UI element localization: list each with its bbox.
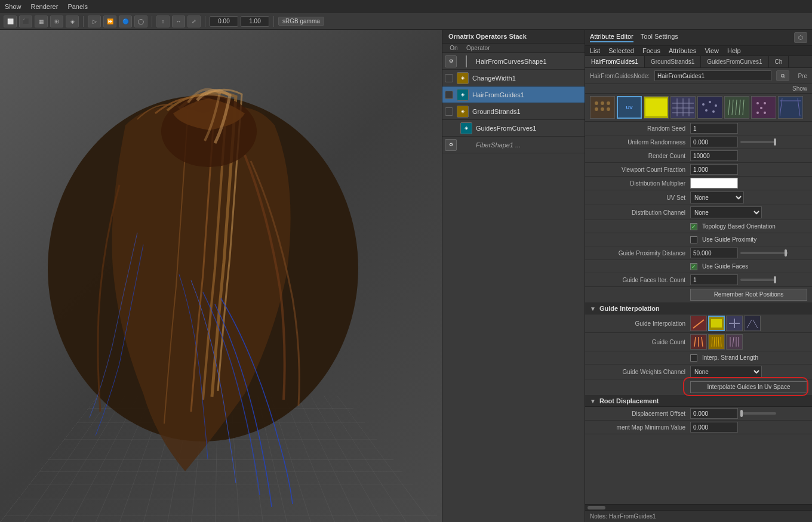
slider-displacement-offset[interactable] [740, 412, 776, 415]
toolbar-btn-3[interactable]: ▦ [35, 16, 48, 27]
swatch-uv[interactable]: UV [617, 96, 642, 119]
node-tab-2[interactable]: GuidesFromCurves1 [701, 56, 768, 67]
guide-count-swatch-1[interactable] [690, 334, 707, 350]
op-row-0[interactable]: ⚙ HairFromCurvesShape1 [442, 53, 585, 70]
attr-title-tabs: Attribute Editor Tool Settings [590, 33, 678, 42]
expand-btn[interactable]: ⬡ [794, 32, 807, 43]
node-copy-btn[interactable]: ⧉ [776, 70, 789, 81]
toolbar: ⬜ ⬛ ▦ ⊞ ◈ ▷ ⏩ 🔵 ◯ ↕ ↔ ⤢ sRGB gamma [0, 13, 812, 30]
checkbox-interp-strand[interactable] [690, 354, 697, 362]
tab-tool-settings[interactable]: Tool Settings [641, 33, 678, 42]
op-row-4[interactable]: ◈ GuidesFromCurves1 [442, 120, 585, 137]
menu-panels[interactable]: Panels [67, 3, 88, 10]
input-random-seed[interactable] [690, 123, 738, 134]
toolbar-btn-1[interactable]: ⬜ [4, 16, 17, 27]
guide-interp-swatch-4[interactable] [744, 316, 761, 331]
node-tab-0[interactable]: HairFromGuides1 [585, 56, 645, 67]
slider-uniform-randomness[interactable] [740, 141, 776, 143]
toolbar-btn-9[interactable]: ◯ [134, 16, 147, 27]
section-header-root-disp[interactable]: ▼ Root Displacement [585, 396, 812, 407]
label-guide-weights: Guide Weights Channel [590, 369, 690, 375]
swatch-blue-pattern[interactable] [778, 96, 803, 119]
guide-interp-swatch-3[interactable] [726, 316, 743, 331]
checkbox-topology[interactable] [690, 223, 697, 230]
notes-label: Notes: [590, 513, 607, 520]
toolbar-btn-11[interactable]: ↔ [172, 16, 185, 27]
guide-interp-swatch-2[interactable] [708, 316, 725, 331]
node-tab-3[interactable]: Ch [769, 56, 789, 67]
hair-shape [36, 66, 394, 513]
svg-point-29 [756, 112, 759, 114]
op-name-1: ChangeWidth1 [472, 75, 582, 82]
viewport[interactable] [0, 30, 442, 522]
attr-panel: Attribute Editor Tool Settings ⬡ List Se… [585, 30, 812, 522]
value-guide-weights: None [690, 366, 807, 378]
op-toggle-2[interactable] [445, 91, 453, 99]
input-ment-map[interactable] [690, 422, 738, 433]
scroll-thumb[interactable] [588, 506, 605, 509]
attr-row-use-guide-faces: Use Guide Faces [585, 260, 812, 273]
remember-root-btn[interactable]: Remember Root Positions [690, 289, 807, 301]
menu-help[interactable]: Help [727, 47, 741, 54]
input-render-count[interactable] [690, 150, 738, 161]
input-guide-proximity-dist[interactable] [690, 248, 738, 258]
bottom-scrollbar[interactable] [585, 504, 812, 510]
swatch-yellow[interactable] [644, 96, 669, 119]
section-header-guide-interp[interactable]: ▼ Guide Interpolation [585, 303, 812, 314]
attr-body: Random Seed Uniform Randomness Render Co… [585, 122, 812, 504]
menu-renderer[interactable]: Renderer [31, 3, 59, 10]
menu-list[interactable]: List [590, 47, 600, 54]
checkbox-use-guide-faces[interactable] [690, 263, 697, 270]
toolbar-btn-5[interactable]: ◈ [66, 16, 79, 27]
guide-count-swatch-3[interactable] [726, 334, 743, 350]
toolbar-btn-8[interactable]: 🔵 [119, 16, 132, 27]
op-toggle-3[interactable] [445, 107, 453, 116]
menu-view[interactable]: View [705, 47, 719, 54]
swatch-pattern[interactable] [670, 96, 696, 119]
toolbar-btn-10[interactable]: ↕ [156, 16, 170, 27]
toolbar-btn-6[interactable]: ▷ [88, 16, 101, 27]
input-guide-faces-iter[interactable] [690, 274, 738, 285]
slider-guide-faces-iter[interactable] [740, 279, 776, 281]
viewport-bg [0, 30, 442, 522]
white-box-dist-multiplier[interactable] [690, 178, 738, 189]
select-dist-channel[interactable]: None [690, 206, 762, 218]
node-tab-1[interactable]: GroundStrands1 [645, 56, 701, 67]
toolbar-btn-4[interactable]: ⊞ [50, 16, 63, 27]
toolbar-btn-7[interactable]: ⏩ [103, 16, 116, 27]
swatch-dots2[interactable] [751, 96, 776, 119]
menu-attributes[interactable]: Attributes [669, 47, 696, 54]
swatch-dots[interactable] [590, 96, 615, 119]
toolbar-value2-input[interactable] [241, 16, 269, 27]
op-row-2[interactable]: ◈ HairFromGuides1 [442, 87, 585, 103]
input-viewport-count[interactable] [690, 164, 738, 175]
pre-label: Pre [798, 73, 807, 79]
tab-attribute-editor[interactable]: Attribute Editor [590, 33, 633, 42]
select-guide-weights[interactable]: None [690, 366, 762, 378]
attr-row-guide-faces-iter: Guide Faces Iter. Count [585, 273, 812, 287]
guide-interp-swatch-1[interactable] [690, 316, 707, 331]
swatch-scatter[interactable] [697, 96, 722, 119]
show-label: Show [792, 85, 807, 92]
node-name-label: HairFromGuidesNode: [590, 73, 650, 79]
menu-focus[interactable]: Focus [642, 47, 660, 54]
node-name-input[interactable] [654, 70, 771, 81]
menu-selected[interactable]: Selected [608, 47, 634, 54]
checkbox-guide-proximity[interactable] [690, 236, 697, 243]
menu-show[interactable]: Show [5, 3, 21, 10]
op-row-5[interactable]: ⚙ FiberShape1 ... [442, 137, 585, 153]
toolbar-value1-input[interactable] [210, 16, 238, 27]
input-displacement-offset[interactable] [690, 408, 738, 419]
op-toggle-1[interactable] [445, 74, 453, 82]
slider-guide-proximity[interactable] [740, 252, 788, 254]
guide-count-swatch-2[interactable] [708, 334, 725, 350]
toolbar-btn-12[interactable]: ⤢ [187, 16, 201, 27]
input-uniform-randomness[interactable] [690, 137, 738, 147]
attr-row-guide-count-swatches: Guide Count [585, 333, 812, 351]
swatch-lines[interactable] [724, 96, 749, 119]
interpolate-guides-btn[interactable]: Interpolate Guides In Uv Space [690, 381, 807, 393]
op-row-1[interactable]: ◈ ChangeWidth1 [442, 70, 585, 87]
select-uv-set[interactable]: None [690, 191, 744, 203]
toolbar-btn-2[interactable]: ⬛ [19, 16, 32, 27]
op-row-3[interactable]: ◈ GroundStrands1 [442, 103, 585, 120]
